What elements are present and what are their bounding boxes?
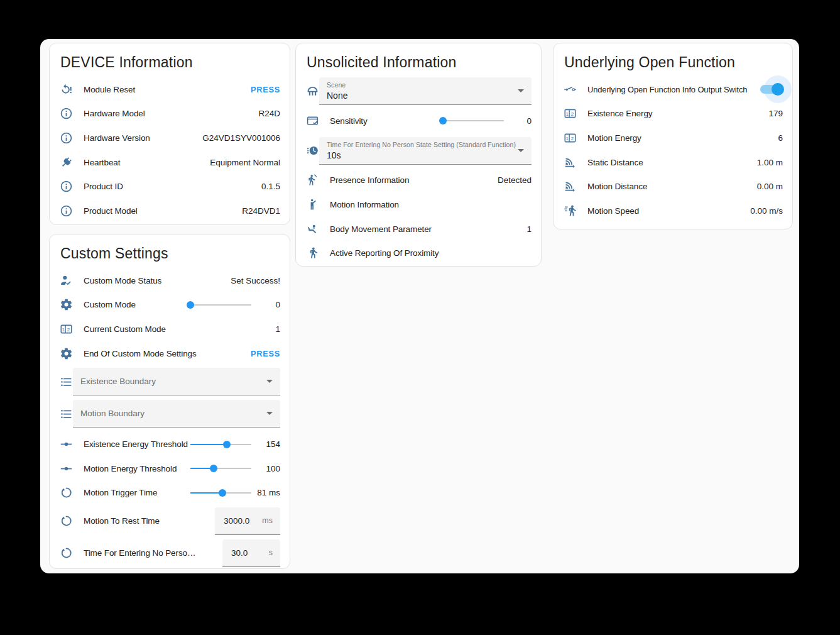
row-label: Current Custom Mode — [84, 324, 275, 334]
row-label: Motion To Rest Time — [84, 516, 215, 526]
row-value: Set Success! — [231, 276, 280, 285]
counter-icon: 12 — [563, 131, 577, 145]
row-hardware-model: Hardware Model R24D — [59, 102, 280, 126]
card-title: Unsolicited Information — [305, 43, 532, 77]
motion-trigger-time-slider[interactable] — [190, 489, 251, 497]
row-motion-energy-threshold: Motion Energy Threshold 100 — [59, 456, 280, 481]
motion-energy-threshold-slider[interactable] — [190, 464, 251, 473]
row-custom-mode-status: Custom Mode Status Set Success! — [59, 268, 280, 293]
scene-select[interactable]: Scene None — [319, 77, 532, 105]
counter-icon: 12 — [59, 322, 73, 336]
output-switch-toggle[interactable] — [760, 83, 783, 96]
row-label: Motion Distance — [587, 182, 757, 191]
row-label: Active Reporting Of Proximity — [330, 248, 532, 258]
row-value: 0.00 m/s — [750, 206, 783, 216]
electric-switch-icon — [563, 82, 577, 96]
time-setting-select[interactable]: Time For Entering No Person State Settin… — [319, 137, 532, 165]
gear-icon — [59, 346, 73, 360]
power-plug-icon — [59, 155, 73, 169]
row-label: Motion Speed — [587, 206, 750, 216]
walk-icon — [305, 246, 319, 260]
row-label: Custom Mode — [84, 300, 190, 309]
row-label: Motion Energy — [587, 133, 778, 143]
motion-sensor-icon — [305, 174, 319, 187]
chevron-down-icon — [518, 149, 524, 152]
row-label: Body Movement Parameter — [330, 224, 526, 234]
sensitivity-icon — [305, 114, 319, 128]
chevron-down-icon — [266, 412, 273, 415]
row-value: 0 — [504, 116, 532, 126]
threshold-icon — [59, 461, 73, 475]
row-value: 0.00 m — [757, 182, 783, 191]
motion-boundary-select[interactable]: Motion Boundary — [73, 400, 280, 428]
row-value: Equipment Normal — [210, 158, 280, 167]
row-label: Custom Mode Status — [84, 276, 231, 285]
row-motion-to-rest-time: Motion To Rest Time 3000.0 ms — [59, 505, 280, 537]
row-custom-mode: Custom Mode 0 — [59, 293, 280, 318]
press-button[interactable]: PRESS — [251, 85, 280, 94]
svg-text:2: 2 — [570, 111, 573, 117]
row-current-custom-mode: 12 Current Custom Mode 1 — [59, 317, 280, 341]
row-value: R24DVD1 — [242, 206, 280, 216]
gear-icon — [59, 298, 73, 312]
timer-icon — [59, 486, 73, 500]
row-value: 0 — [251, 300, 280, 309]
row-label: Module Reset — [84, 85, 251, 94]
card-title: Underlying Open Function — [563, 43, 783, 77]
unit-label: s — [269, 548, 273, 557]
signal-distance-icon — [563, 155, 577, 169]
svg-text:1: 1 — [565, 111, 568, 117]
device-information-card: DEVICE Information Module Reset PRESS Ha… — [49, 43, 290, 225]
row-label: Sensitivity — [330, 116, 443, 126]
chevron-down-icon — [266, 380, 273, 383]
row-label: End Of Custom Mode Settings — [84, 349, 251, 358]
press-button[interactable]: PRESS — [251, 349, 280, 358]
information-icon — [59, 204, 73, 218]
row-body-movement: Body Movement Parameter 1 — [305, 217, 532, 241]
motion-to-rest-time-input[interactable]: 3000.0 ms — [215, 507, 280, 535]
counter-icon: 12 — [563, 107, 577, 121]
row-value: R24D — [258, 109, 280, 118]
row-existence-energy: 12 Existence Energy 179 — [563, 102, 783, 126]
slider-thumb[interactable] — [439, 117, 447, 124]
information-icon — [59, 131, 73, 145]
row-value: 81 ms — [251, 488, 280, 497]
row-value: G24VD1SYV001006 — [202, 133, 280, 143]
row-motion-energy: 12 Motion Energy 6 — [563, 126, 783, 150]
row-value: 0.1.5 — [261, 182, 280, 191]
card-title: DEVICE Information — [59, 43, 280, 77]
signal-distance-icon — [563, 180, 577, 194]
row-label: Motion Information — [330, 200, 532, 209]
slider-thumb[interactable] — [219, 489, 226, 497]
row-value: 179 — [768, 109, 783, 118]
row-static-distance: Static Distance 1.00 m — [563, 150, 783, 175]
row-label: Existence Energy — [587, 109, 768, 118]
unit-label: ms — [262, 516, 273, 525]
slider-thumb[interactable] — [187, 301, 194, 309]
custom-mode-slider[interactable] — [190, 301, 251, 309]
svg-text:2: 2 — [67, 327, 69, 333]
svg-text:2: 2 — [570, 136, 573, 141]
row-motion-speed: Motion Speed 0.00 m/s — [563, 199, 783, 223]
row-label: Heartbeat — [84, 158, 210, 167]
row-time-setting: Time For Entering No Person State Settin… — [305, 137, 532, 165]
row-existence-boundary: Existence Boundary — [59, 368, 280, 395]
threshold-icon — [59, 438, 73, 451]
timer-icon — [59, 514, 73, 528]
row-product-model: Product Model R24DVD1 — [59, 199, 280, 223]
row-label: Existence Energy Threshold — [84, 439, 190, 449]
slider-thumb[interactable] — [210, 465, 217, 472]
body-movement-icon — [305, 222, 319, 236]
row-label: Product Model — [84, 206, 242, 216]
slider-thumb[interactable] — [223, 441, 231, 448]
time-no-person-input[interactable]: 30.0 s — [222, 539, 280, 567]
row-label: Static Distance — [587, 158, 757, 167]
sensitivity-slider[interactable] — [443, 116, 504, 125]
row-motion-distance: Motion Distance 0.00 m — [563, 174, 783, 199]
svg-text:1: 1 — [62, 327, 64, 333]
existence-boundary-select[interactable]: Existence Boundary — [73, 368, 280, 395]
existence-energy-threshold-slider[interactable] — [190, 440, 251, 449]
restart-alert-icon — [59, 82, 73, 96]
run-fast-icon — [563, 204, 577, 218]
row-hardware-version: Hardware Version G24VD1SYV001006 — [59, 126, 280, 150]
